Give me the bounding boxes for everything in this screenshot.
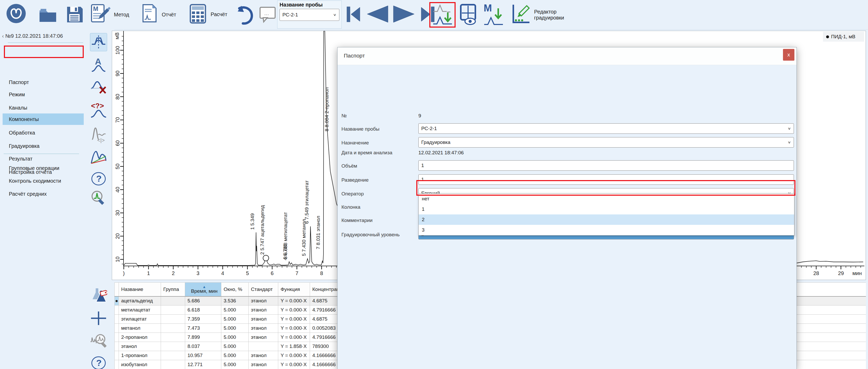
cell-standard[interactable]: этанол [249,351,278,360]
column-header[interactable]: Название [119,283,161,296]
annotate-peak-icon[interactable]: A [90,56,107,74]
dropdown-option[interactable]: 1 [418,204,794,215]
cell-name[interactable]: метилацетат [119,306,161,315]
cell-standard[interactable] [249,342,278,351]
delete-peak-icon[interactable] [90,77,107,95]
cell-name[interactable]: 2-пропанол [119,333,161,342]
preview-grid-eye-icon[interactable] [459,3,477,27]
dialog-titlebar[interactable]: Паспорт x [338,47,797,65]
retention-marker-icon[interactable] [90,33,107,51]
column-header[interactable]: Функция [278,283,310,296]
cell-group[interactable] [161,360,185,369]
cell-window[interactable]: 5.000 [221,360,249,369]
cell-function[interactable]: Y = 0.000·X [278,324,310,333]
close-button[interactable]: x [783,49,795,61]
open-folder-icon[interactable] [38,5,58,24]
search-peak-icon[interactable] [90,189,107,207]
peak-width-icon[interactable]: <|> [90,125,107,144]
cell-function[interactable]: Y = 0.000·X [278,315,310,324]
sidebar-group-item-3[interactable]: Расчёт средних [3,188,84,200]
sidebar-item-2[interactable]: Режим [3,89,84,100]
add-cross-icon[interactable] [90,309,107,328]
cell-standard[interactable]: этанол [249,324,278,333]
cell-name[interactable]: 1-пропанол [119,351,161,360]
dropdown-option[interactable]: 3 [418,225,794,235]
cell-time[interactable]: 5.686 [185,296,221,306]
calibration-level-dropdown-list[interactable]: нет123 [418,193,795,235]
dropdown-option[interactable]: 2 [418,215,794,225]
dropdown-option[interactable]: нет [418,194,794,204]
unknown-peak-icon[interactable]: <?> [90,102,107,120]
cell-window[interactable]: 5.000 [221,306,249,315]
cell-time[interactable]: 6.618 [185,306,221,315]
field-input[interactable]: 1 [418,174,794,185]
cell-window[interactable]: 5.000 [221,315,249,324]
calc-button[interactable]: Расчёт [188,3,227,26]
sample-name-select[interactable]: РС-2-1 ∨ [280,9,339,21]
cell-group[interactable] [161,306,185,315]
cell-group[interactable] [161,296,185,306]
first-record-icon[interactable] [346,6,362,23]
cell-name[interactable]: этанол [119,342,161,351]
cell-standard[interactable]: этанол [249,315,278,324]
cell-window[interactable]: 5.000 [221,324,249,333]
sample-tag-icon[interactable] [90,286,107,305]
next-record-icon[interactable] [391,5,417,23]
cell-name[interactable]: метанол [119,324,161,333]
record-header[interactable]: ‹ №9 12.02.2021 18:47:06 [2,33,63,39]
cell-standard[interactable]: этанол [249,296,278,306]
cell-marker[interactable] [115,324,119,333]
baseline-edit-icon[interactable] [90,148,107,166]
cell-standard[interactable]: этанол [249,306,278,315]
cell-time[interactable]: 12.771 [185,360,221,369]
sidebar-item-6[interactable]: Градуировка [3,140,84,152]
cell-group[interactable] [161,342,185,351]
column-header[interactable]: ▲Время, мин [185,283,221,296]
sidebar-item-3[interactable]: Каналы [3,102,84,113]
cell-name[interactable]: этилацетат [119,315,161,324]
prev-record-icon[interactable] [364,5,390,23]
save-floppy-icon[interactable] [65,5,85,24]
cell-marker[interactable] [115,315,119,324]
cell-time[interactable]: 8.037 [185,342,221,351]
cell-group[interactable] [161,351,185,360]
cell-standard[interactable]: этанол [249,360,278,369]
sidebar-item-4[interactable]: Компоненты [3,113,84,125]
column-header[interactable] [115,283,119,296]
cell-marker[interactable] [115,360,119,369]
cell-time[interactable]: 7.899 [185,333,221,342]
column-header[interactable]: Окно, % [221,283,249,296]
cell-time[interactable]: 7.473 [185,324,221,333]
cell-group[interactable] [161,315,185,324]
cell-marker[interactable] [115,342,119,351]
help-icon[interactable]: ? [90,170,107,188]
cell-marker[interactable]: ● [115,296,119,306]
cell-window[interactable]: 3.536 [221,296,249,306]
undo-icon[interactable] [234,5,254,25]
cell-function[interactable]: Y = 1.858·X [278,342,310,351]
help-icon-2[interactable]: ? [90,354,107,369]
cell-time[interactable]: 10.957 [185,351,221,360]
cell-function[interactable]: Y = 0.000·X [278,306,310,315]
cell-marker[interactable] [115,306,119,315]
field-combobox[interactable]: Градуировка∨ [418,137,794,147]
sidebar-group-item-2[interactable]: Контроль сходимости [3,175,84,187]
cell-function[interactable]: Y = 0.000·X [278,360,310,369]
calibration-editor-button[interactable]: Редактор градуировки [510,3,564,27]
import-method-icon[interactable]: M [483,3,505,27]
cell-marker[interactable] [115,351,119,360]
field-input[interactable]: 1 [418,160,794,171]
cell-group[interactable] [161,324,185,333]
cell-group[interactable] [161,333,185,342]
field-combobox[interactable]: РС-2-1∨ [418,123,794,134]
cell-name[interactable]: ацетальдегид [119,296,161,306]
comment-bubble-icon[interactable]: ... [258,6,277,24]
cell-function[interactable]: Y = 0.000·X [278,296,310,306]
sidebar-item-1[interactable]: Паспорт [3,77,84,88]
report-button[interactable]: Отчёт [141,3,176,26]
cell-function[interactable]: Y = 0.000·X [278,351,310,360]
sidebar-group-item-1[interactable]: Групповые операции [3,162,84,174]
preview-peaks-icon[interactable] [90,331,107,349]
cell-standard[interactable]: этанол [249,333,278,342]
cell-name[interactable]: изобутанол [119,360,161,369]
